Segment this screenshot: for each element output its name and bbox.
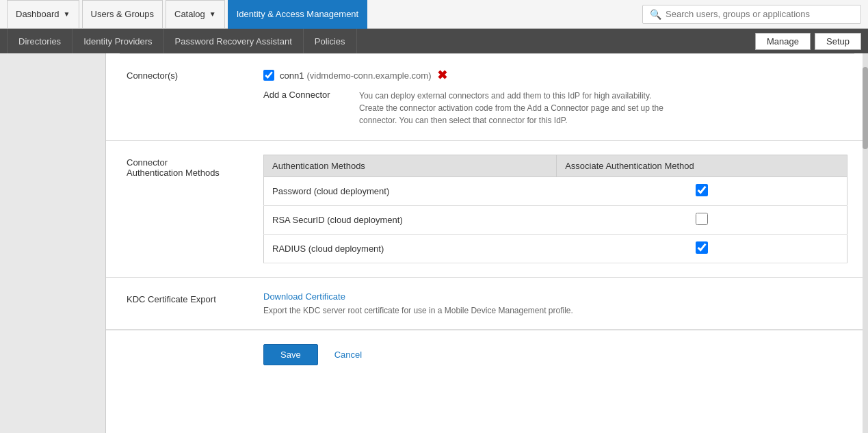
connectors-content: conn1 (vidmdemo-conn.example.com) ✖ Add … — [263, 68, 847, 127]
add-connector-desc: You can deploy external connectors and a… — [359, 90, 674, 127]
kdc-section: KDC Certificate Export Download Certific… — [106, 278, 868, 330]
search-input[interactable] — [666, 9, 854, 19]
kdc-desc: Export the KDC server root certificate f… — [263, 306, 847, 315]
password-recovery-nav-item[interactable]: Password Recovery Assistant — [164, 29, 304, 53]
auth-col1-header: Authentication Methods — [264, 155, 557, 177]
connectors-label: Connector(s) — [127, 68, 263, 81]
catalog-arrow-icon: ▼ — [209, 10, 216, 18]
auth-methods-section: Connector Authentication Methods Authent… — [106, 141, 868, 278]
directories-nav-item[interactable]: Directories — [7, 29, 73, 53]
table-row: RADIUS (cloud deployment) — [264, 235, 847, 263]
add-connector-row: Add a Connector You can deploy external … — [263, 90, 847, 127]
cancel-button[interactable]: Cancel — [326, 345, 370, 365]
users-groups-button[interactable]: Users & Groups — [82, 0, 163, 29]
kdc-label: KDC Certificate Export — [127, 291, 263, 304]
search-icon: 🔍 — [650, 9, 661, 20]
iam-label: Identity & Access Management — [237, 9, 358, 19]
auth-methods-content: Authentication Methods Associate Authent… — [263, 155, 847, 263]
auth-method-checkbox-1[interactable] — [696, 213, 708, 225]
auth-method-checkbox-2[interactable] — [696, 241, 708, 254]
auth-method-checkbox-cell — [557, 206, 847, 235]
table-row: RSA SecurID (cloud deployment) — [264, 206, 847, 235]
bottom-buttons: Save Cancel — [106, 330, 868, 379]
connector-delete-icon[interactable]: ✖ — [437, 68, 447, 83]
catalog-button[interactable]: Catalog ▼ — [166, 0, 225, 29]
identity-providers-label: Identity Providers — [83, 36, 152, 47]
connector-host: (vidmdemo-conn.example.com) — [306, 70, 431, 81]
scrollbar-thumb[interactable] — [863, 67, 868, 149]
kdc-content: Download Certificate Export the KDC serv… — [263, 291, 847, 315]
setup-label: Setup — [826, 36, 850, 47]
dashboard-button[interactable]: Dashboard ▼ — [7, 0, 79, 29]
auth-method-name: Password (cloud deployment) — [264, 177, 557, 206]
manage-button[interactable]: Manage — [755, 33, 811, 50]
sidebar — [0, 53, 106, 433]
policies-label: Policies — [315, 36, 345, 47]
manage-label: Manage — [767, 36, 799, 47]
content-area: Connector(s) conn1 (vidmdemo-conn.exampl… — [106, 53, 868, 433]
auth-methods-label-line2: Authentication Methods — [127, 168, 220, 178]
connector-checkbox[interactable] — [263, 70, 274, 81]
password-recovery-label: Password Recovery Assistant — [175, 36, 292, 47]
main-container: Connector(s) conn1 (vidmdemo-conn.exampl… — [0, 53, 868, 433]
save-button[interactable]: Save — [263, 344, 318, 365]
nav-actions: Manage Setup — [755, 33, 861, 50]
auth-method-name: RSA SecurID (cloud deployment) — [264, 206, 557, 235]
auth-method-checkbox-0[interactable] — [696, 184, 708, 196]
auth-methods-label-line1: Connector — [127, 157, 168, 168]
auth-method-name: RADIUS (cloud deployment) — [264, 235, 557, 263]
add-connector-label[interactable]: Add a Connector — [263, 90, 359, 100]
iam-button[interactable]: Identity & Access Management — [228, 0, 367, 29]
auth-col2-header: Associate Authentication Method — [557, 155, 847, 177]
table-row: Password (cloud deployment) — [264, 177, 847, 206]
search-box[interactable]: 🔍 — [642, 5, 861, 24]
auth-method-checkbox-cell — [557, 177, 847, 206]
top-nav: Dashboard ▼ Users & Groups Catalog ▼ Ide… — [0, 0, 868, 29]
second-nav: Directories Identity Providers Password … — [0, 29, 868, 53]
connector-row: conn1 (vidmdemo-conn.example.com) ✖ — [263, 68, 847, 83]
dashboard-arrow-icon: ▼ — [64, 10, 70, 18]
auth-method-checkbox-cell — [557, 235, 847, 263]
download-certificate-link[interactable]: Download Certificate — [263, 291, 345, 302]
auth-methods-label: Connector Authentication Methods — [127, 155, 263, 178]
connector-name: conn1 — [280, 70, 304, 81]
users-groups-label: Users & Groups — [91, 9, 154, 19]
identity-providers-nav-item[interactable]: Identity Providers — [73, 29, 163, 53]
policies-nav-item[interactable]: Policies — [304, 29, 357, 53]
setup-button[interactable]: Setup — [815, 33, 861, 50]
scrollbar[interactable] — [863, 53, 868, 433]
catalog-label: Catalog — [174, 9, 205, 19]
dashboard-label: Dashboard — [16, 9, 60, 19]
auth-methods-table: Authentication Methods Associate Authent… — [263, 155, 847, 263]
directories-label: Directories — [18, 36, 61, 47]
connectors-section: Connector(s) conn1 (vidmdemo-conn.exampl… — [106, 54, 868, 141]
